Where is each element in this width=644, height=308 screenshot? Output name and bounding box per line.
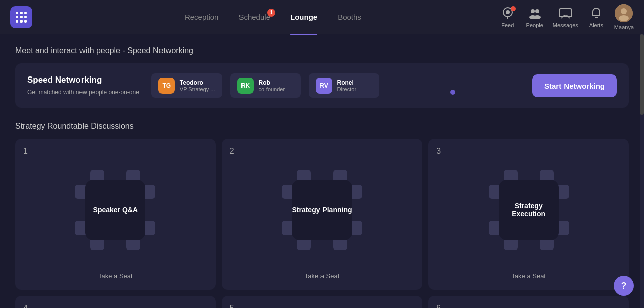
- table-topic-1: Speaker Q&A: [85, 180, 145, 240]
- table-grid-row2: 4 5 6: [15, 296, 629, 308]
- table-card-3[interactable]: 3 Strategy Execution Take a Seat: [428, 139, 629, 290]
- table-topic-3: Strategy Execution: [499, 180, 559, 240]
- person-avatar-3: RV: [316, 78, 332, 94]
- nav: Reception Schedule 1 Lounge Booths: [47, 13, 499, 22]
- svg-point-10: [621, 8, 627, 14]
- people-label: People: [526, 22, 543, 28]
- nav-reception-wrap: Reception: [185, 13, 219, 22]
- nav-booths-wrap: Booths: [338, 13, 361, 22]
- user-avatar-action[interactable]: Maanya: [614, 4, 634, 30]
- svg-point-1: [506, 10, 510, 14]
- main-content: Meet and interact with people - Speed Ne…: [0, 34, 644, 308]
- person-info-1: Teodoro VP Strategy ...: [180, 79, 215, 92]
- logo[interactable]: [10, 6, 32, 28]
- people-action[interactable]: People: [526, 6, 544, 28]
- table-num-4: 4: [23, 304, 28, 308]
- take-seat-2[interactable]: Take a Seat: [305, 272, 340, 280]
- table-visual-3: Strategy Execution: [438, 159, 619, 260]
- start-networking-button[interactable]: Start Networking: [532, 74, 617, 97]
- header: Reception Schedule 1 Lounge Booths Feed: [0, 0, 644, 34]
- person-role-2: co-founder: [259, 86, 285, 92]
- person-name-1: Teodoro: [180, 79, 215, 86]
- table-grid: 1 Speaker Q&A Take a Seat 2: [15, 139, 629, 290]
- sn-title: Speed Networking: [27, 75, 139, 85]
- nav-reception[interactable]: Reception: [185, 13, 219, 23]
- person-card-3[interactable]: RV Ronel Director: [309, 73, 379, 98]
- table-card-2[interactable]: 2 Strategy Planning Take a Seat: [222, 139, 423, 290]
- alerts-label: Alerts: [589, 22, 603, 28]
- person-card-2[interactable]: RK Rob co-founder: [230, 73, 301, 98]
- alerts-action[interactable]: Alerts: [587, 6, 605, 28]
- person-info-3: Ronel Director: [337, 79, 357, 92]
- table-num-1: 1: [23, 147, 28, 156]
- svg-point-4: [535, 9, 539, 13]
- feed-label: Feed: [501, 22, 514, 28]
- sn-info: Speed Networking Get matched with new pe…: [27, 75, 139, 97]
- scrollbar-track: [640, 34, 644, 308]
- messages-icon-wrap: [556, 6, 575, 20]
- take-seat-1[interactable]: Take a Seat: [98, 272, 133, 280]
- round-table-1: Speaker Q&A: [75, 170, 155, 250]
- table-num-5: 5: [230, 304, 234, 308]
- help-button[interactable]: ?: [614, 276, 634, 296]
- table-topic-2: Strategy Planning: [292, 180, 352, 240]
- nav-schedule-wrap: Schedule 1: [238, 13, 270, 22]
- speed-networking-section-title: Meet and interact with people - Speed Ne…: [15, 46, 629, 55]
- feed-icon-wrap: [499, 6, 517, 20]
- scrollbar-thumb[interactable]: [640, 34, 644, 115]
- header-actions: Feed People Messages: [499, 4, 634, 30]
- messages-icon: [558, 7, 573, 19]
- person-card-1[interactable]: TG Teodoro VP Strategy ...: [151, 73, 222, 98]
- take-seat-3[interactable]: Take a Seat: [511, 272, 546, 280]
- alerts-icon: [589, 7, 603, 19]
- roundtable-section-title: Strategy Roundtable Discussions: [15, 122, 629, 131]
- sn-people: TG Teodoro VP Strategy ... RK Rob co-fou…: [151, 73, 520, 98]
- person-name-3: Ronel: [337, 79, 357, 86]
- table-card-6[interactable]: 6: [428, 296, 629, 308]
- nav-schedule[interactable]: Schedule: [238, 13, 270, 23]
- sn-desc: Get matched with new people one-on-one: [27, 88, 139, 97]
- svg-point-6: [534, 15, 541, 19]
- messages-action[interactable]: Messages: [553, 6, 578, 28]
- people-icon-wrap: [526, 6, 544, 20]
- round-table-2: Strategy Planning: [282, 170, 362, 250]
- svg-point-11: [619, 15, 629, 21]
- table-visual-1: Speaker Q&A: [25, 159, 206, 260]
- user-label: Maanya: [614, 24, 634, 30]
- people-icon: [528, 7, 542, 19]
- alerts-icon-wrap: [587, 6, 605, 20]
- nav-lounge[interactable]: Lounge: [290, 13, 317, 23]
- feed-dot: [511, 6, 516, 11]
- avatar-image: [615, 4, 633, 22]
- person-role-1: VP Strategy ...: [180, 86, 215, 92]
- table-card-4[interactable]: 4: [15, 296, 216, 308]
- svg-point-3: [531, 9, 535, 13]
- feed-action[interactable]: Feed: [499, 6, 517, 28]
- table-visual-2: Strategy Planning: [232, 159, 413, 260]
- nav-lounge-wrap: Lounge: [290, 13, 317, 22]
- round-table-3: Strategy Execution: [489, 170, 569, 250]
- speed-networking-card: Speed Networking Get matched with new pe…: [15, 63, 629, 108]
- schedule-badge: 1: [267, 9, 275, 17]
- avatar: [615, 4, 633, 22]
- person-avatar-2: RK: [237, 78, 254, 94]
- logo-icon: [16, 12, 27, 23]
- person-avatar-1: TG: [158, 78, 175, 94]
- person-name-2: Rob: [259, 79, 285, 86]
- table-num-2: 2: [230, 147, 234, 156]
- table-num-6: 6: [436, 304, 441, 308]
- table-num-3: 3: [436, 147, 441, 156]
- nav-booths[interactable]: Booths: [338, 13, 361, 23]
- person-role-3: Director: [337, 86, 357, 92]
- table-card-1[interactable]: 1 Speaker Q&A Take a Seat: [15, 139, 216, 290]
- table-card-5[interactable]: 5: [222, 296, 423, 308]
- messages-label: Messages: [553, 22, 578, 28]
- person-info-2: Rob co-founder: [259, 79, 285, 92]
